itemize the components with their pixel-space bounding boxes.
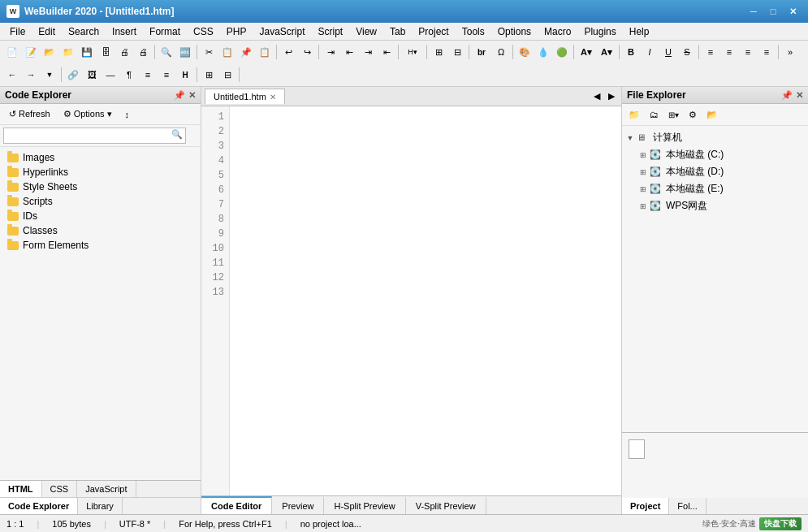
- palette-btn[interactable]: 🟢: [553, 43, 571, 61]
- close-panel-icon[interactable]: ✕: [188, 90, 196, 101]
- save-btn2[interactable]: 🗄: [97, 43, 115, 61]
- file-pin-icon[interactable]: 📌: [781, 90, 793, 101]
- menu-item-search[interactable]: Search: [62, 24, 106, 39]
- tab-nav-prev[interactable]: ◀: [590, 90, 603, 102]
- library-tab[interactable]: Library: [78, 498, 123, 514]
- print-btn2[interactable]: 🖨: [134, 43, 152, 61]
- paste2-btn[interactable]: 📋: [256, 43, 274, 61]
- options-button[interactable]: ⚙ Options ▾: [58, 106, 118, 122]
- editor-bottom-tab-v-split-preview[interactable]: V-Split Preview: [406, 496, 486, 514]
- underline-btn[interactable]: U: [659, 43, 677, 61]
- more-btn[interactable]: »: [781, 43, 799, 61]
- menu-item-options[interactable]: Options: [491, 24, 538, 39]
- menu-item-javascript[interactable]: JavaScript: [253, 24, 311, 39]
- menu-item-plugins[interactable]: Plugins: [577, 24, 622, 39]
- color-btn[interactable]: 🎨: [516, 43, 534, 61]
- cut-btn[interactable]: ✂: [200, 43, 218, 61]
- menu-item-format[interactable]: Format: [143, 24, 187, 39]
- undo-btn[interactable]: ↩: [279, 43, 297, 61]
- hr-btn[interactable]: —: [102, 66, 119, 84]
- br-btn[interactable]: br: [472, 43, 491, 61]
- tree-item-images[interactable]: Images: [0, 150, 201, 165]
- drive-item-------e--[interactable]: ⊞💽本地磁盘 (E:): [622, 180, 808, 197]
- tree-item-hyperlinks[interactable]: Hyperlinks: [0, 165, 201, 179]
- back-btn[interactable]: ←: [3, 66, 21, 84]
- menu-item-edit[interactable]: Edit: [32, 24, 62, 39]
- view-btn[interactable]: ⊞▾: [664, 106, 682, 123]
- outdent-btn[interactable]: ⇤: [340, 43, 358, 61]
- image-btn[interactable]: 🖼: [83, 66, 101, 84]
- left-bottom-tab-javascript[interactable]: JavaScript: [77, 481, 136, 497]
- menu-item-help[interactable]: Help: [623, 24, 656, 39]
- align-right-btn[interactable]: ≡: [739, 43, 757, 61]
- table2-btn[interactable]: ⊟: [448, 43, 466, 61]
- editor-tab-close[interactable]: ✕: [270, 93, 276, 102]
- dropper-btn[interactable]: 💧: [534, 43, 552, 61]
- search-icon[interactable]: 🔍: [171, 129, 183, 145]
- drive-item-wps--[interactable]: ⊞💽WPS网盘: [622, 197, 808, 214]
- link-btn[interactable]: 🔗: [64, 66, 82, 84]
- pin-icon[interactable]: 📌: [174, 90, 185, 101]
- new-btn2[interactable]: 📝: [22, 43, 40, 61]
- settings-btn[interactable]: ⚙: [684, 106, 702, 123]
- tree-item-style-sheets[interactable]: Style Sheets: [0, 179, 201, 194]
- list2-btn[interactable]: ≡: [158, 66, 175, 84]
- close-button[interactable]: ✕: [784, 4, 802, 19]
- indent2-btn[interactable]: ⇥: [359, 43, 377, 61]
- menu-item-tab[interactable]: Tab: [383, 24, 412, 39]
- search-input[interactable]: [3, 128, 186, 144]
- expand-btn[interactable]: 📂: [703, 106, 721, 123]
- menu-item-script[interactable]: Script: [312, 24, 350, 39]
- minimize-button[interactable]: ─: [745, 4, 763, 19]
- sort-button[interactable]: ↕: [119, 107, 136, 122]
- new-file-btn[interactable]: 📄: [3, 43, 21, 61]
- code-explorer-tab[interactable]: Code Explorer: [0, 498, 78, 514]
- menu-item-tools[interactable]: Tools: [456, 24, 491, 39]
- drive-item-------d--[interactable]: ⊞💽本地磁盘 (D:): [622, 163, 808, 180]
- copy-btn[interactable]: 📋: [218, 43, 236, 61]
- font-size-btn2[interactable]: A▾: [597, 43, 616, 61]
- search-replace-btn[interactable]: 🔤: [176, 43, 194, 61]
- table-btn[interactable]: ⊞: [430, 43, 447, 61]
- print-btn[interactable]: 🖨: [115, 43, 133, 61]
- tree-item-ids[interactable]: IDs: [0, 209, 201, 223]
- heading-btn[interactable]: H▾: [401, 43, 424, 61]
- maximize-button[interactable]: □: [764, 4, 782, 19]
- editor-bottom-tab-preview[interactable]: Preview: [272, 496, 324, 514]
- tree-item-classes[interactable]: Classes: [0, 223, 201, 238]
- align-left-btn[interactable]: ≡: [702, 43, 719, 61]
- col2-btn[interactable]: ⊟: [218, 66, 236, 84]
- right-bottom-tab-fol...[interactable]: Fol...: [669, 498, 706, 514]
- italic-btn[interactable]: I: [641, 43, 659, 61]
- font-size-btn[interactable]: A▾: [577, 43, 596, 61]
- file-tree-root[interactable]: ▼🖥计算机: [622, 129, 808, 146]
- redo-btn[interactable]: ↪: [298, 43, 316, 61]
- refresh-button[interactable]: ↺ Refresh: [3, 106, 56, 122]
- bold-btn[interactable]: B: [622, 43, 640, 61]
- col-btn[interactable]: ⊞: [200, 66, 218, 84]
- list-btn[interactable]: ≡: [139, 66, 157, 84]
- save-btn[interactable]: 💾: [78, 43, 96, 61]
- search-btn[interactable]: 🔍: [158, 43, 175, 61]
- file-close-icon[interactable]: ✕: [796, 90, 803, 101]
- code-content[interactable]: </span>Untitled<span style="color:#80000…: [230, 106, 621, 495]
- para-btn[interactable]: ¶: [120, 66, 138, 84]
- tab-nav-next[interactable]: ▶: [605, 90, 618, 102]
- folder-up-btn[interactable]: 📁: [625, 106, 643, 123]
- heading2-btn[interactable]: H: [176, 66, 194, 84]
- drive-item-------c--[interactable]: ⊞💽本地磁盘 (C:): [622, 146, 808, 163]
- menu-item-php[interactable]: PHP: [220, 24, 253, 39]
- align-center-btn[interactable]: ≡: [720, 43, 738, 61]
- menu-item-view[interactable]: View: [349, 24, 383, 39]
- paste-btn[interactable]: 📌: [237, 43, 255, 61]
- editor-tab-untitled1[interactable]: Untitled1.htm ✕: [205, 89, 285, 104]
- nav-down-btn[interactable]: ▼: [41, 66, 58, 84]
- open-btn[interactable]: 📂: [41, 43, 58, 61]
- indent-btn[interactable]: ⇥: [322, 43, 339, 61]
- right-bottom-tab-project[interactable]: Project: [622, 498, 669, 514]
- outdent2-btn[interactable]: ⇤: [378, 43, 395, 61]
- editor-bottom-tab-code-editor[interactable]: Code Editor: [201, 496, 272, 514]
- menu-item-macro[interactable]: Macro: [538, 24, 577, 39]
- left-bottom-tab-html[interactable]: HTML: [0, 481, 42, 497]
- align-justify-btn[interactable]: ≡: [758, 43, 776, 61]
